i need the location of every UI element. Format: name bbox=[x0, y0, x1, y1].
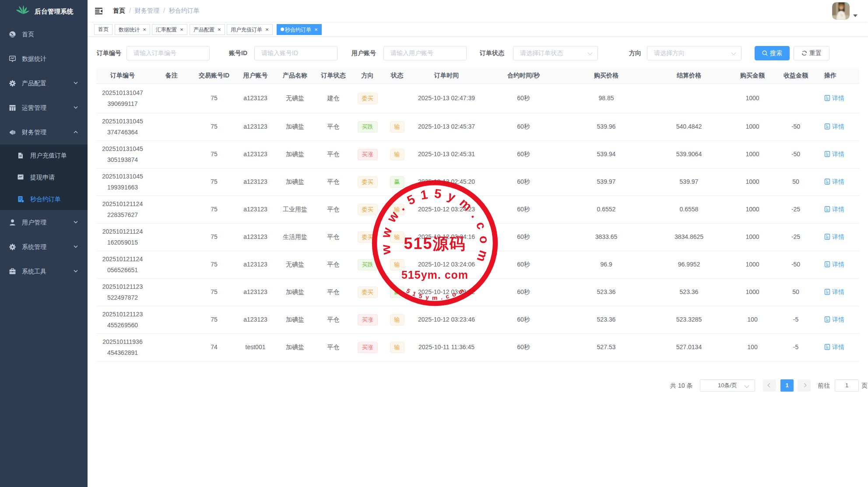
svg-text:515ym. com: 515ym. com bbox=[401, 269, 468, 281]
svg-text:515源码: 515源码 bbox=[404, 235, 466, 252]
